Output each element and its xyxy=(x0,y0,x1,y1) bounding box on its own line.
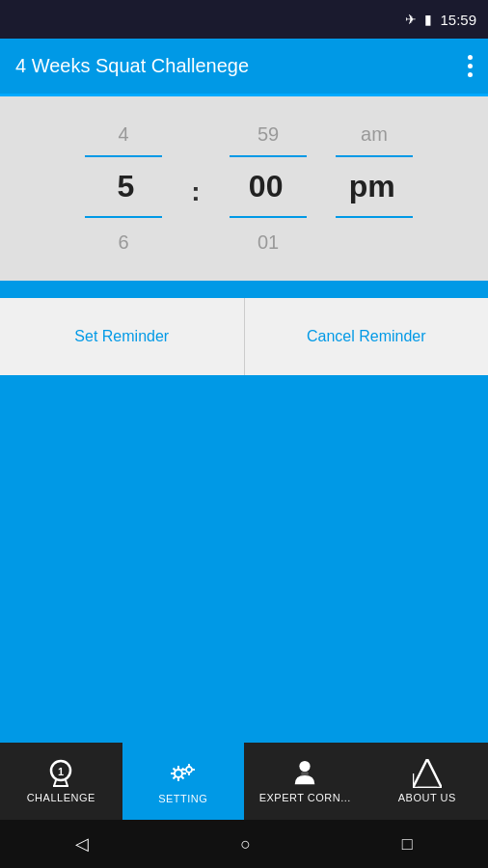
overflow-menu-button[interactable] xyxy=(468,55,473,77)
airplane-icon: ✈ xyxy=(405,12,417,27)
hour-below[interactable]: 6 xyxy=(118,224,128,261)
expert-icon xyxy=(291,759,318,788)
set-reminder-button[interactable]: Set Reminder xyxy=(0,298,245,375)
about-icon xyxy=(413,759,442,788)
hour-value[interactable]: 5 xyxy=(117,163,134,210)
nav-item-expert[interactable]: EXPERT CORN... xyxy=(244,743,366,820)
cancel-reminder-button[interactable]: Cancel Reminder xyxy=(245,298,489,375)
time-row-above: 4 59 am xyxy=(0,116,488,153)
nav-label-setting: SETTING xyxy=(158,793,207,804)
home-button[interactable]: ○ xyxy=(240,834,251,854)
nav-label-expert: EXPERT CORN... xyxy=(259,792,351,803)
battery-icon: ▮ xyxy=(424,12,432,27)
nav-item-challenge[interactable]: 1 CHALLENGE xyxy=(0,743,122,820)
time-row-main: 5 : 00 pm xyxy=(0,163,488,210)
ampm-above[interactable]: am xyxy=(361,116,388,153)
bottom-navigation: 1 CHALLENGE xyxy=(0,743,488,820)
svg-point-6 xyxy=(186,767,192,773)
time-picker: 4 59 am 5 xyxy=(0,96,488,281)
reminder-buttons: Set Reminder Cancel Reminder xyxy=(0,298,488,375)
minute-above[interactable]: 59 xyxy=(258,116,279,153)
hour-above[interactable]: 4 xyxy=(118,116,128,153)
blue-separator xyxy=(0,281,488,298)
minute-below[interactable]: 01 xyxy=(258,224,279,261)
svg-text:1: 1 xyxy=(58,766,64,777)
status-bar: ✈ ▮ 15:59 xyxy=(0,0,488,39)
minute-value[interactable]: 00 xyxy=(249,163,284,210)
svg-rect-8 xyxy=(302,772,310,775)
time-row-below: 6 01 xyxy=(0,224,488,261)
ampm-value[interactable]: pm xyxy=(349,163,395,210)
nav-label-challenge: CHALLENGE xyxy=(27,792,95,803)
header: 4 Weeks Squat Challenege xyxy=(0,39,488,96)
app-title: 4 Weeks Squat Challenege xyxy=(15,55,249,77)
back-button[interactable]: ◁ xyxy=(75,833,89,854)
time-colon: : xyxy=(191,167,200,207)
time-dividers-bottom xyxy=(0,214,488,220)
system-navigation: ◁ ○ □ xyxy=(0,820,488,868)
time-dividers-top xyxy=(0,153,488,159)
svg-point-7 xyxy=(300,761,311,772)
nav-label-about: ABOUT US xyxy=(398,792,456,803)
status-time: 15:59 xyxy=(440,12,476,28)
nav-item-about[interactable]: ABOUT US xyxy=(366,743,489,820)
main-content-area xyxy=(0,375,488,743)
svg-marker-9 xyxy=(413,759,442,788)
nav-item-setting[interactable]: SETTING xyxy=(122,743,245,820)
recents-button[interactable]: □ xyxy=(402,834,413,854)
setting-icon xyxy=(168,758,199,789)
challenge-icon: 1 xyxy=(46,759,75,788)
